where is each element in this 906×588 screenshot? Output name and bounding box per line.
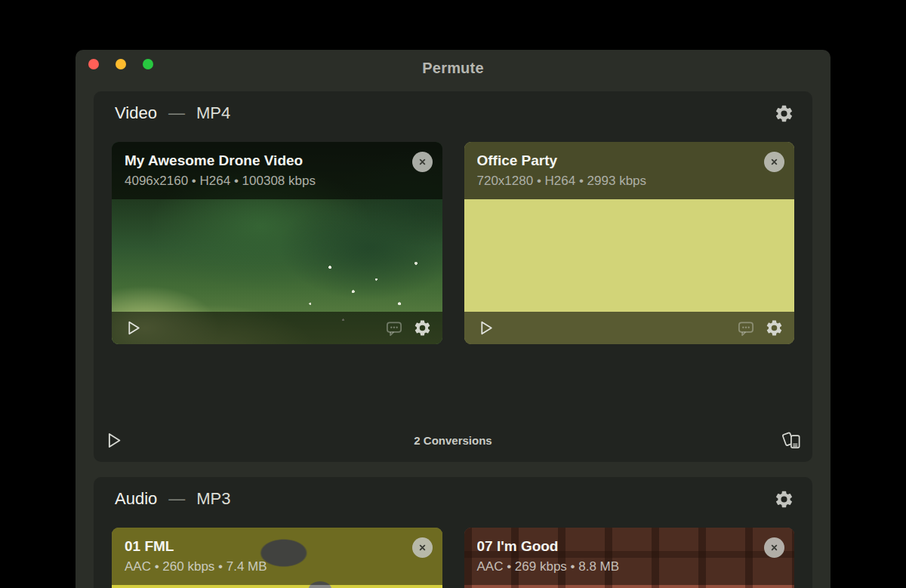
- video-section-footer: 2 Conversions: [94, 423, 812, 457]
- conversions-count-label: 2 Conversions: [94, 434, 812, 447]
- card-title: My Awesome Drone Video: [125, 152, 400, 170]
- preview-play-button[interactable]: [124, 319, 143, 337]
- file-settings-button[interactable]: [765, 319, 784, 337]
- comment-icon: [736, 319, 756, 338]
- subtitles-button[interactable]: [736, 319, 756, 338]
- close-icon: [769, 542, 780, 553]
- video-card-drone[interactable]: My Awesome Drone Video 4096x2160 • H264 …: [112, 142, 442, 344]
- app-window: Permute Video — MP4 My Awesome Drone Vid…: [76, 50, 830, 588]
- remove-file-button[interactable]: [412, 537, 433, 558]
- card-toolbar-overlay: [112, 312, 442, 344]
- remove-file-button[interactable]: [764, 537, 784, 558]
- play-icon: [103, 430, 124, 451]
- video-section-settings-button[interactable]: [774, 103, 794, 124]
- section-separator: —: [168, 103, 185, 123]
- section-format-label[interactable]: MP3: [196, 489, 230, 509]
- merge-files-icon: [781, 429, 803, 451]
- gear-icon: [413, 319, 432, 337]
- file-settings-button[interactable]: [413, 319, 432, 337]
- video-card-office-party[interactable]: Office Party 720x1280 • H264 • 2993 kbps: [464, 142, 795, 344]
- comment-icon: [384, 319, 404, 338]
- card-meta: 720x1280 • H264 • 2993 kbps: [477, 173, 753, 189]
- audio-cards-row: 01 FML AAC • 260 kbps • 7.4 MB 07 I'm Go…: [94, 528, 812, 588]
- video-cards-row: My Awesome Drone Video 4096x2160 • H264 …: [94, 142, 812, 344]
- gear-icon: [774, 103, 794, 124]
- start-conversions-button[interactable]: [103, 430, 124, 451]
- audio-section-header: Audio — MP3: [94, 477, 812, 521]
- remove-file-button[interactable]: [412, 152, 433, 172]
- card-meta: AAC • 269 kbps • 8.8 MB: [477, 559, 753, 574]
- remove-file-button[interactable]: [764, 152, 784, 172]
- section-kind-label: Video: [115, 103, 157, 123]
- preview-play-button[interactable]: [476, 319, 495, 337]
- card-toolbar-overlay: [464, 312, 795, 344]
- audio-card-im-good[interactable]: 07 I'm Good AAC • 269 kbps • 8.8 MB: [464, 528, 795, 588]
- card-header-overlay: My Awesome Drone Video 4096x2160 • H264 …: [112, 142, 442, 199]
- section-format-label[interactable]: MP4: [196, 103, 230, 123]
- play-icon: [476, 319, 495, 337]
- play-icon: [124, 319, 143, 337]
- gear-icon: [774, 489, 794, 509]
- card-meta: AAC • 260 kbps • 7.4 MB: [125, 559, 400, 574]
- card-title: Office Party: [477, 152, 753, 170]
- close-icon: [417, 542, 428, 553]
- audio-preset-section: Audio — MP3 01 FML AAC • 260 kbps • 7.4 …: [94, 477, 812, 588]
- gear-icon: [765, 319, 784, 337]
- card-header-overlay: 07 I'm Good AAC • 269 kbps • 8.8 MB: [464, 528, 795, 585]
- subtitles-button[interactable]: [384, 319, 404, 338]
- window-title: Permute: [76, 50, 830, 86]
- card-title: 01 FML: [125, 537, 400, 556]
- title-bar[interactable]: Permute: [76, 50, 830, 86]
- card-title: 07 I'm Good: [477, 537, 753, 556]
- card-header-overlay: Office Party 720x1280 • H264 • 2993 kbps: [464, 142, 795, 199]
- audio-card-fml[interactable]: 01 FML AAC • 260 kbps • 7.4 MB: [112, 528, 442, 588]
- card-meta: 4096x2160 • H264 • 100308 kbps: [125, 173, 400, 189]
- audio-section-settings-button[interactable]: [774, 489, 794, 509]
- card-header-overlay: 01 FML AAC • 260 kbps • 7.4 MB: [112, 528, 442, 585]
- section-kind-label: Audio: [115, 489, 157, 509]
- stitch-files-button[interactable]: [781, 429, 803, 451]
- section-separator: —: [168, 489, 185, 509]
- close-icon: [417, 156, 428, 168]
- video-preset-section: Video — MP4 My Awesome Drone Video 4096x…: [94, 91, 812, 462]
- close-icon: [769, 156, 780, 168]
- video-section-header: Video — MP4: [94, 91, 812, 135]
